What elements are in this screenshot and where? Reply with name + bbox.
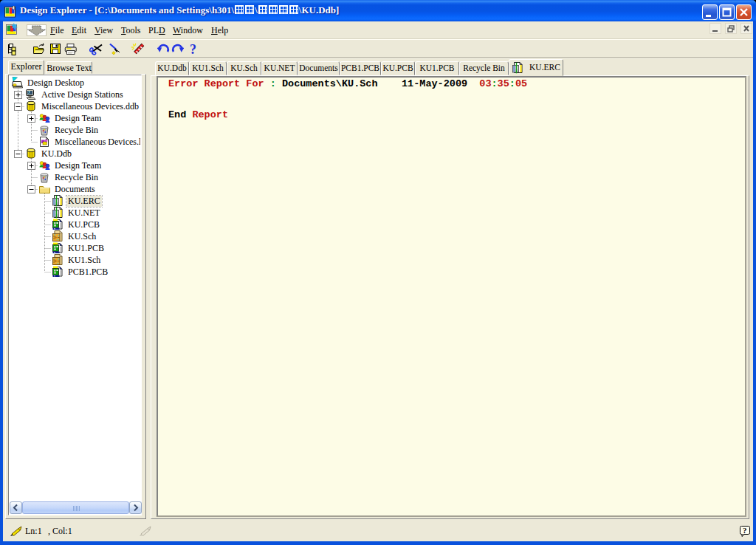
- svg-text:?: ?: [190, 43, 196, 57]
- svg-text:?: ?: [743, 526, 747, 535]
